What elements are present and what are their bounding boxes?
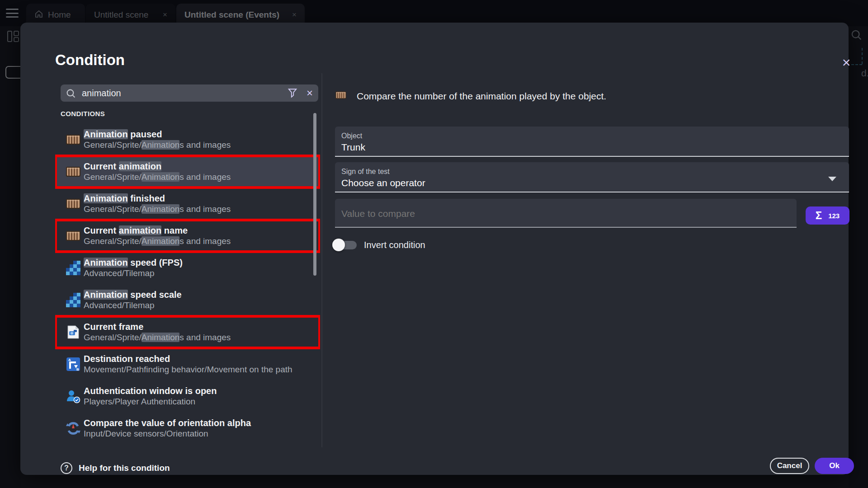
dialog-title: Condition (55, 52, 125, 69)
condition-description-row: Compare the number of the animation play… (335, 90, 606, 102)
pathfinding-icon: AB (66, 357, 81, 371)
sprite-animation-icon (335, 90, 347, 102)
search-bar: × (61, 84, 318, 102)
condition-title: Animation speed scale (84, 289, 182, 300)
sprite-animation-icon (66, 133, 81, 146)
value-input[interactable] (341, 208, 790, 219)
condition-title: Current animation name (84, 225, 231, 236)
tilemap-icon (66, 261, 81, 275)
help-icon: ? (61, 462, 72, 474)
condition-item[interactable]: Current frameGeneral/Sprite/Animations a… (55, 316, 320, 348)
frame-icon (66, 325, 81, 339)
condition-title: Compare the value of orientation alpha (84, 418, 251, 428)
expression-builder-button[interactable]: Σ 123 (806, 206, 849, 225)
condition-subtitle: General/Sprite/Animations and images (84, 332, 231, 343)
toggle-label: Invert condition (364, 240, 425, 250)
condition-item[interactable]: ABDestination reachedMovement/Pathfindin… (55, 348, 320, 380)
cancel-button[interactable]: Cancel (770, 458, 809, 474)
field-label: Sign of the test (341, 168, 843, 176)
condition-subtitle: Advanced/Tilemap (84, 268, 183, 279)
condition-item[interactable]: Animation pausedGeneral/Sprite/Animation… (55, 124, 320, 155)
search-input[interactable] (82, 88, 288, 99)
condition-subtitle: Players/Player Authentication (84, 396, 217, 407)
condition-title: Current animation (84, 161, 231, 172)
condition-item[interactable]: Animation speed scaleAdvanced/Tilemap (55, 284, 320, 316)
authentication-icon (66, 389, 81, 404)
condition-item[interactable]: Authentication window is openPlayers/Pla… (55, 380, 320, 412)
condition-title: Current frame (84, 321, 231, 332)
condition-title: Animation speed (FPS) (84, 257, 183, 268)
operator-select[interactable]: Sign of the test Choose an operator (335, 162, 849, 192)
condition-subtitle: General/Sprite/Animations and images (84, 140, 231, 150)
object-field[interactable]: Object Trunk (335, 127, 849, 157)
field-value: Choose an operator (341, 178, 843, 188)
condition-description: Compare the number of the animation play… (357, 91, 606, 102)
sprite-animation-icon (66, 165, 81, 178)
condition-title: Authentication window is open (84, 385, 217, 396)
numeric-badge: 123 (828, 212, 840, 220)
condition-subtitle: General/Sprite/Animations and images (84, 236, 231, 247)
sprite-animation-icon (66, 197, 81, 210)
sigma-icon: Σ (816, 209, 822, 222)
svg-text:A: A (68, 358, 71, 362)
section-label: CONDITIONS (61, 110, 320, 117)
sprite-animation-icon (66, 230, 81, 242)
toggle-knob (332, 239, 345, 251)
value-field[interactable] (335, 199, 797, 228)
conditions-list: CONDITIONS Animation pausedGeneral/Sprit… (55, 106, 320, 444)
condition-subtitle: Input/Device sensors/Orientation (84, 428, 251, 439)
invert-condition-row: Invert condition (332, 238, 425, 252)
condition-item[interactable]: Current animation nameGeneral/Sprite/Ani… (55, 220, 320, 252)
condition-title: Destination reached (84, 353, 292, 364)
close-icon[interactable]: × (838, 54, 855, 71)
orientation-icon (66, 421, 81, 436)
condition-subtitle: Advanced/Tilemap (84, 300, 182, 311)
search-icon (66, 89, 75, 98)
field-label: Object (341, 132, 843, 140)
field-value: Trunk (341, 142, 843, 153)
tilemap-icon (66, 293, 81, 307)
panel-divider (321, 73, 322, 447)
condition-item[interactable]: Compare the value of orientation alphaIn… (55, 413, 320, 444)
ok-button[interactable]: Ok (815, 458, 854, 474)
condition-item[interactable]: Animation finishedGeneral/Sprite/Animati… (55, 188, 320, 220)
app-window: Home Untitled scene × Untitled scene (Ev… (0, 0, 868, 488)
condition-dialog: Condition × × CONDITIONS Animation pause… (20, 23, 849, 475)
condition-subtitle: General/Sprite/Animations and images (84, 172, 231, 183)
help-link[interactable]: ? Help for this condition (61, 462, 170, 474)
condition-title: Animation finished (84, 193, 231, 204)
condition-title: Animation paused (84, 129, 231, 140)
condition-subtitle: Movement/Pathfinding behavior/Movement o… (84, 364, 292, 375)
condition-subtitle: General/Sprite/Animations and images (84, 204, 231, 215)
filter-icon[interactable] (288, 88, 297, 98)
invert-condition-toggle[interactable] (332, 238, 358, 252)
help-label: Help for this condition (79, 463, 170, 473)
chevron-down-icon (828, 177, 836, 181)
condition-item[interactable]: Animation speed (FPS)Advanced/Tilemap (55, 252, 320, 284)
svg-text:B: B (76, 367, 79, 371)
list-scrollbar[interactable] (313, 113, 316, 276)
clear-icon[interactable]: × (307, 88, 313, 98)
condition-item[interactable]: Current animationGeneral/Sprite/Animatio… (55, 156, 320, 188)
